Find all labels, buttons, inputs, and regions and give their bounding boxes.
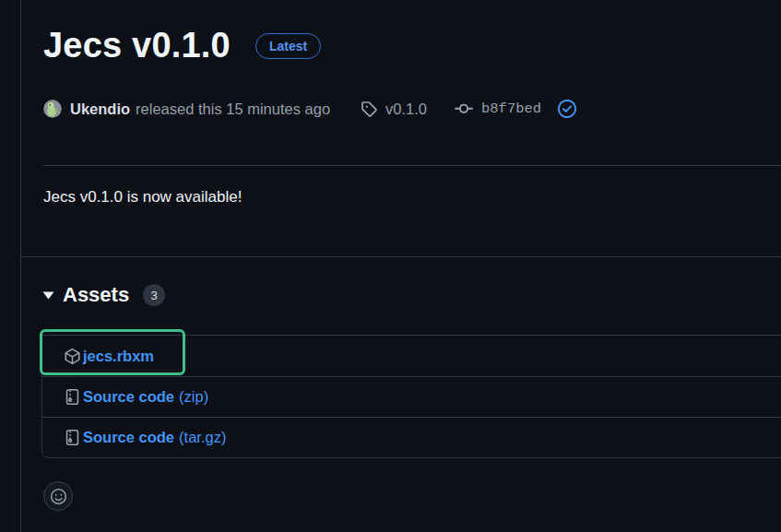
author-link[interactable]: Ukendio: [70, 100, 130, 118]
asset-name: jecs.rbxm: [83, 348, 154, 365]
file-zip-icon: [64, 388, 81, 406]
release-body: Jecs v0.1.0 is now available!: [43, 188, 242, 207]
commit-sha-link[interactable]: b8f7bed: [481, 100, 541, 117]
release-meta: Ukendio released this 15 minutes ago v0.…: [43, 99, 577, 119]
asset-link-source-targz[interactable]: Source code (tar.gz): [64, 429, 226, 446]
tag-icon: [361, 100, 377, 117]
asset-row-jecs-rbxm: jecs.rbxm: [42, 336, 781, 376]
release-title: Jecs v0.1.0: [43, 27, 231, 65]
asset-suffix: (zip): [179, 388, 208, 406]
add-reaction-button[interactable]: [43, 481, 73, 511]
asset-suffix: (tar.gz): [179, 429, 226, 446]
verified-icon: [557, 99, 577, 119]
verified-badge[interactable]: [557, 99, 577, 119]
assets-list: jecs.rbxm Source code (zip): [41, 335, 781, 458]
tag-group: v0.1.0: [361, 100, 427, 118]
caret-down-icon: [42, 291, 54, 300]
asset-name: Source code: [83, 429, 174, 446]
package-icon: [64, 348, 81, 365]
author-avatar[interactable]: [43, 100, 62, 118]
assets-toggle[interactable]: Assets 3: [42, 283, 165, 307]
commit-group: b8f7bed: [455, 99, 577, 119]
asset-row-source-targz: Source code (tar.gz): [42, 417, 781, 457]
released-text: released this 15 minutes ago: [136, 100, 330, 118]
asset-row-source-zip: Source code (zip): [42, 376, 781, 417]
tag-name: v0.1.0: [385, 100, 427, 118]
asset-link-jecs-rbxm[interactable]: jecs.rbxm: [64, 348, 159, 365]
assets-count-badge: 3: [143, 284, 165, 306]
release-header: Jecs v0.1.0 Latest: [43, 27, 321, 65]
assets-divider: [21, 256, 781, 257]
git-commit-icon: [455, 100, 473, 118]
release-card: Jecs v0.1.0 Latest Ukendio released this…: [20, 0, 781, 532]
header-divider: [43, 165, 781, 166]
asset-link-source-zip[interactable]: Source code (zip): [64, 388, 208, 406]
user-avatar-image: [43, 100, 62, 118]
assets-heading: Assets: [63, 283, 129, 307]
asset-name: Source code: [83, 388, 174, 406]
latest-badge: Latest: [255, 33, 321, 59]
file-zip-icon: [64, 429, 81, 446]
smiley-icon: [50, 488, 67, 505]
